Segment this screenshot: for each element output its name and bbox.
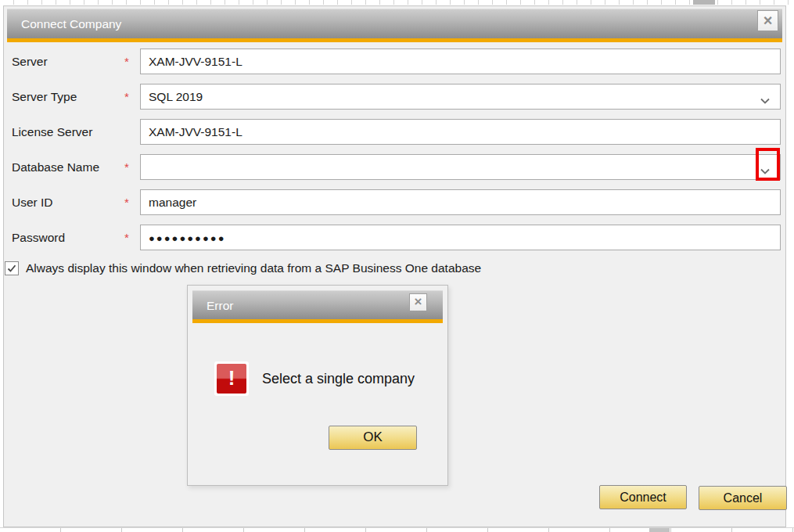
background-spreadsheet-cell: [693, 0, 715, 5]
close-icon: ×: [415, 294, 422, 309]
password-label: Password: [12, 225, 65, 250]
database-name-label: Database Name: [12, 154, 99, 180]
ok-button[interactable]: OK: [329, 426, 417, 450]
form-row-license-server: License Server: [4, 119, 785, 145]
license-server-input[interactable]: [140, 119, 781, 145]
error-message: Select a single company: [262, 364, 415, 394]
error-accent-bar: [192, 319, 443, 323]
form-row-server-type: Server Type *: [4, 84, 785, 110]
required-marker: *: [124, 189, 129, 215]
required-marker: *: [124, 49, 129, 74]
form-row-database-name: Database Name *: [4, 154, 785, 180]
background-spreadsheet-bottom-strip: [0, 527, 794, 532]
connect-dialog-titlebar[interactable]: Connect Company: [7, 9, 782, 38]
chevron-down-icon[interactable]: [760, 94, 771, 101]
server-type-label: Server Type: [12, 84, 77, 110]
always-display-checkbox-label: Always display this window when retrievi…: [26, 258, 481, 279]
error-close-button[interactable]: ×: [409, 293, 427, 311]
error-dialog-titlebar[interactable]: Error: [192, 290, 443, 319]
close-icon: ×: [763, 12, 773, 29]
error-dialog-title: Error: [207, 291, 233, 320]
background-spreadsheet-cell: [649, 528, 670, 532]
required-marker: *: [124, 225, 129, 250]
password-input[interactable]: [140, 225, 781, 250]
form-row-server: Server *: [4, 49, 785, 74]
user-id-label: User ID: [12, 189, 53, 215]
form-row-password: Password *: [4, 225, 785, 250]
form-row-user-id: User ID *: [4, 189, 785, 215]
close-button[interactable]: ×: [757, 10, 778, 31]
server-label: Server: [12, 49, 48, 74]
background-spreadsheet-top-strip: [0, 0, 794, 5]
cancel-button[interactable]: Cancel: [699, 486, 787, 510]
error-dialog: Error × ! Select a single company OK: [187, 285, 448, 486]
required-marker: *: [124, 84, 129, 110]
red-highlight-annotation: [756, 148, 780, 181]
required-marker: *: [124, 154, 129, 180]
connect-company-dialog: Connect Company × Server * Server Type *…: [3, 5, 786, 527]
check-icon: [7, 264, 16, 273]
accent-bar: [7, 38, 782, 42]
server-input[interactable]: [140, 49, 781, 74]
error-icon-frame: !: [214, 361, 249, 396]
error-exclamation-icon: !: [217, 364, 246, 394]
license-server-label: License Server: [12, 119, 92, 145]
always-display-checkbox[interactable]: [5, 261, 19, 275]
database-name-combobox[interactable]: [140, 154, 781, 180]
user-id-input[interactable]: [140, 189, 781, 215]
server-type-combobox[interactable]: [140, 84, 781, 110]
connect-button[interactable]: Connect: [599, 485, 687, 509]
dialog-title: Connect Company: [21, 9, 121, 39]
